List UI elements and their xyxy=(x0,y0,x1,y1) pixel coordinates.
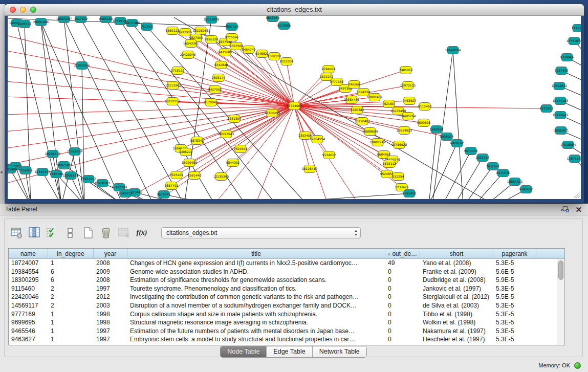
graph-node[interactable]: 10653287 xyxy=(56,16,72,23)
graph-node[interactable]: 1588520 xyxy=(268,53,281,60)
graph-node[interactable]: 751552 xyxy=(141,23,153,31)
memory-status-indicator[interactable] xyxy=(574,362,581,369)
graph-node[interactable]: 1353454 xyxy=(298,132,312,140)
table-row[interactable]: 1456911722003Disruption of a novel membe… xyxy=(9,301,557,310)
graph-node[interactable]: 1156869 xyxy=(19,167,33,174)
graph-node[interactable]: 12093832 xyxy=(552,82,568,90)
delete-table-icon[interactable] xyxy=(117,226,130,239)
column-header-title[interactable]: title xyxy=(127,249,385,258)
graph-node[interactable]: 8471676 xyxy=(496,169,510,177)
graph-node[interactable]: 1640954 xyxy=(430,126,444,134)
graph-node[interactable]: 20206576 xyxy=(45,150,61,158)
graph-node[interactable]: 15751074 xyxy=(567,37,581,45)
graph-node[interactable]: 7625402 xyxy=(170,171,184,179)
graph-node[interactable]: 6479197 xyxy=(450,140,464,147)
column-header-name[interactable]: name xyxy=(9,249,48,258)
table-row[interactable]: 911546021997Tourette syndrome. Phenomeno… xyxy=(9,285,557,293)
graph-node[interactable]: 2803144 xyxy=(212,74,226,82)
graph-node[interactable]: 17359924 xyxy=(67,148,83,156)
close-panel-icon[interactable]: ✕ xyxy=(575,206,582,213)
table-row[interactable]: 946362711997Embryonic stem cells: a mode… xyxy=(9,335,557,344)
graph-node[interactable]: 9097587 xyxy=(57,162,71,169)
table-row[interactable]: 969969511998Structural magnetic resonanc… xyxy=(9,318,557,327)
graph-node[interactable]: 8860123 xyxy=(166,27,180,35)
graph-node[interactable]: 10807487 xyxy=(367,94,383,101)
graph-node[interactable]: 9463627 xyxy=(403,97,417,105)
graph-node[interactable]: 2933114 xyxy=(476,154,490,162)
graph-node[interactable]: 23364436 xyxy=(344,96,360,104)
tab-edge-table[interactable]: Edge Table xyxy=(267,346,312,357)
graph-node[interactable]: 1831304 xyxy=(228,115,242,123)
graph-node[interactable]: 16543382 xyxy=(183,40,199,48)
graph-node[interactable]: 10654112 xyxy=(507,178,523,186)
graph-node[interactable]: 9218986 xyxy=(277,22,291,30)
graph-node[interactable]: 9134612 xyxy=(322,151,336,159)
graph-node[interactable]: 9619741 xyxy=(157,191,171,199)
graph-node[interactable]: 18724007 xyxy=(287,102,302,110)
graph-node[interactable]: 18107553 xyxy=(165,98,181,105)
graph-node[interactable]: 19495764 xyxy=(400,113,416,120)
splitter-handle[interactable]: ▴ xyxy=(290,203,292,206)
tab-network-table[interactable]: Network Table xyxy=(313,346,366,357)
insert-column-icon[interactable] xyxy=(28,226,41,239)
graph-node[interactable]: 16126412 xyxy=(302,165,318,173)
table-row[interactable]: 946554611997Estimation of the future num… xyxy=(9,327,557,336)
graph-node[interactable]: 16958107 xyxy=(95,180,111,187)
column-header-out-de-[interactable]: ▵out_de… xyxy=(385,249,420,258)
graph-node[interactable]: 12135345 xyxy=(213,173,229,181)
graph-node[interactable]: 9227343 xyxy=(555,67,569,75)
graph-node[interactable]: 8813054 xyxy=(266,16,280,22)
graph-node[interactable]: 252254 xyxy=(393,173,404,181)
graph-node[interactable]: 1615112 xyxy=(383,160,397,168)
graph-node[interactable]: 2405572 xyxy=(18,20,32,28)
graph-node[interactable]: 6466160 xyxy=(99,16,113,23)
table-settings-icon[interactable] xyxy=(10,226,23,239)
table-row[interactable]: 1938455462009Genome-wide association stu… xyxy=(9,268,557,276)
graph-node[interactable]: 1892450 xyxy=(403,190,417,198)
table-row[interactable]: 977716911998Corpus callosum shape and si… xyxy=(9,310,557,319)
network-canvas-area[interactable]: 1872400788601238912955182260589827503165… xyxy=(8,16,581,199)
table-scrollbar[interactable] xyxy=(557,259,564,345)
new-document-icon[interactable] xyxy=(81,226,95,239)
graph-node[interactable]: 746266 xyxy=(349,81,360,89)
graph-node[interactable]: 1527602 xyxy=(74,16,88,23)
graph-node[interactable]: 20891406 xyxy=(33,18,49,26)
graph-node[interactable]: 12444153 xyxy=(553,97,569,105)
graph-node[interactable]: 9170043 xyxy=(204,99,218,106)
graph-node[interactable]: 9857791 xyxy=(165,182,179,190)
graph-node[interactable]: 16210643 xyxy=(553,112,569,119)
graph-node[interactable]: 7485063 xyxy=(399,67,413,74)
graph-node[interactable]: 16099489 xyxy=(182,159,198,167)
graph-node[interactable]: 9245072 xyxy=(119,190,133,198)
column-header-in-degree[interactable]: in_degree xyxy=(48,249,94,258)
graph-node[interactable]: 9475685 xyxy=(219,49,232,56)
column-header-year[interactable]: year xyxy=(94,249,127,258)
graph-node[interactable]: 16648784 xyxy=(445,47,461,54)
graph-node[interactable]: 15692971 xyxy=(553,127,569,135)
graph-node[interactable]: 8215953 xyxy=(540,105,554,113)
graph-node[interactable]: 1498222 xyxy=(179,148,193,156)
column-header-short[interactable]: short xyxy=(420,249,493,258)
graph-node[interactable]: 8427552 xyxy=(208,86,222,94)
graph-node[interactable]: 7524541 xyxy=(234,145,248,153)
graph-node[interactable]: 22420046 xyxy=(180,51,196,59)
graph-node[interactable]: 9245652 xyxy=(519,186,533,193)
row-height-icon[interactable] xyxy=(63,226,77,239)
resize-grip[interactable] xyxy=(574,191,580,198)
graph-node[interactable]: 7632621 xyxy=(486,163,500,170)
graph-node[interactable]: 8222034 xyxy=(280,58,294,65)
graph-node[interactable]: 1145194 xyxy=(50,170,63,178)
graph-node[interactable]: 18300295 xyxy=(265,110,280,117)
table-panel-titlebar[interactable]: Table Panel ✕ xyxy=(0,204,588,215)
graph-node[interactable]: 11675334 xyxy=(567,155,581,163)
graph-node[interactable]: 13505135 xyxy=(63,172,79,180)
graph-node[interactable]: 18807249 xyxy=(370,139,386,146)
node-table[interactable]: namein_degreeyeartitle▵out_de…shortpager… xyxy=(8,248,565,345)
graph-node[interactable]: 16033809 xyxy=(204,16,220,24)
graph-node[interactable]: 12975125 xyxy=(400,82,416,90)
graph-node[interactable]: 5938924 xyxy=(440,133,454,141)
graph-node[interactable]: 16097543 xyxy=(219,130,234,138)
graph-node[interactable]: 9242848 xyxy=(214,61,228,69)
graph-node[interactable]: 9474444 xyxy=(464,147,478,155)
graph-node[interactable]: 8454749 xyxy=(242,46,256,54)
